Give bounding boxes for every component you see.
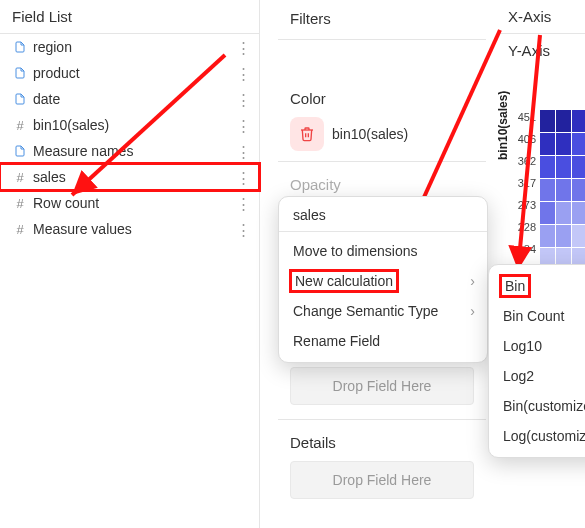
heatmap-y-axis-label: bin10(sales) (496, 91, 510, 160)
delete-pill-button[interactable] (290, 117, 324, 151)
field-item-measure-values[interactable]: #Measure values⋮ (0, 216, 259, 242)
menu-item-label: New calculation (293, 273, 395, 289)
field-label: date (33, 91, 60, 107)
hash-icon: # (14, 170, 26, 184)
heatmap-cell (540, 110, 555, 132)
field-label: region (33, 39, 72, 55)
menu-item-change-semantic-type[interactable]: Change Semantic Type› (279, 296, 487, 326)
heatmap-cell (540, 179, 555, 201)
heatmap-cell (556, 179, 571, 201)
heatmap-cell (556, 225, 571, 247)
more-vertical-icon[interactable]: ⋮ (235, 40, 251, 55)
color-pill-row: bin10(sales) (278, 113, 486, 155)
hash-icon: # (14, 118, 26, 132)
submenu-item-label: Log10 (503, 338, 542, 354)
heatmap-cell (556, 133, 571, 155)
y-tick: 273 (512, 194, 536, 216)
heatmap-cell (540, 133, 555, 155)
more-vertical-icon[interactable]: ⋮ (235, 66, 251, 81)
heatmap-cell (540, 156, 555, 178)
y-tick: 362 (512, 150, 536, 172)
field-label: sales (33, 169, 66, 185)
more-vertical-icon[interactable]: ⋮ (235, 118, 251, 133)
details-title: Details (278, 424, 486, 457)
field-item-region[interactable]: region⋮ (0, 34, 259, 60)
heatmap-cell (572, 156, 585, 178)
field-item-date[interactable]: date⋮ (0, 86, 259, 112)
field-item-sales[interactable]: #sales⋮ (0, 164, 259, 190)
y-tick: 184 (512, 238, 536, 260)
submenu-item-log2[interactable]: Log2 (489, 361, 585, 391)
heatmap-cell (572, 179, 585, 201)
menu-item-label: Move to dimensions (293, 243, 418, 259)
submenu-item-bin[interactable]: Bin (489, 271, 585, 301)
y-tick: 228 (512, 216, 536, 238)
chevron-right-icon: › (470, 273, 475, 289)
chevron-right-icon: › (470, 303, 475, 319)
filters-title: Filters (278, 0, 486, 33)
more-vertical-icon[interactable]: ⋮ (235, 222, 251, 237)
submenu-item-log10[interactable]: Log10 (489, 331, 585, 361)
heatmap-cell (572, 133, 585, 155)
field-list-panel: Field List region⋮product⋮date⋮#bin10(sa… (0, 0, 260, 528)
submenu-item-log-customize-[interactable]: Log(customize) (489, 421, 585, 451)
submenu-item-bin-count[interactable]: Bin Count (489, 301, 585, 331)
new-calc-submenu: BinBin CountLog10Log2Bin(customize)Log(c… (488, 264, 585, 458)
submenu-item-label: Bin (503, 278, 527, 294)
menu-item-label: Rename Field (293, 333, 380, 349)
file-icon (14, 40, 26, 54)
shape-dropzone[interactable]: Drop Field Here (290, 367, 474, 405)
y-tick: 451 (512, 106, 536, 128)
opacity-title: Opacity (278, 166, 486, 199)
field-label: bin10(sales) (33, 117, 109, 133)
more-vertical-icon[interactable]: ⋮ (235, 92, 251, 107)
more-vertical-icon[interactable]: ⋮ (235, 170, 251, 185)
submenu-item-label: Bin Count (503, 308, 564, 324)
submenu-item-label: Log2 (503, 368, 534, 384)
heatmap-cell (572, 110, 585, 132)
field-item-product[interactable]: product⋮ (0, 60, 259, 86)
file-icon (14, 66, 26, 80)
field-item-row-count[interactable]: #Row count⋮ (0, 190, 259, 216)
field-list-body: region⋮product⋮date⋮#bin10(sales)⋮Measur… (0, 34, 259, 242)
yaxis-title: Y-Axis (498, 34, 585, 67)
submenu-item-bin-customize-[interactable]: Bin(customize) (489, 391, 585, 421)
trash-icon (299, 126, 315, 142)
xaxis-title: X-Axis (498, 0, 585, 34)
y-tick: 317 (512, 172, 536, 194)
file-icon (14, 92, 26, 106)
field-label: Measure names (33, 143, 133, 159)
field-context-menu: sales Move to dimensionsNew calculation›… (278, 196, 488, 363)
field-item-measure-names[interactable]: Measure names⋮ (0, 138, 259, 164)
hash-icon: # (14, 196, 26, 210)
heatmap-cell (556, 110, 571, 132)
heatmap-y-ticks: 451406362317273228184 (512, 106, 536, 260)
color-pill-label[interactable]: bin10(sales) (332, 126, 408, 142)
field-label: Row count (33, 195, 99, 211)
submenu-item-label: Log(customize) (503, 428, 585, 444)
hash-icon: # (14, 222, 26, 236)
menu-item-label: Change Semantic Type (293, 303, 438, 319)
menu-item-move-to-dimensions[interactable]: Move to dimensions (279, 236, 487, 266)
heatmap-cell (572, 202, 585, 224)
y-tick: 406 (512, 128, 536, 150)
field-list-title: Field List (0, 0, 259, 34)
heatmap-cell (556, 202, 571, 224)
menu-item-new-calculation[interactable]: New calculation› (279, 266, 487, 296)
field-label: Measure values (33, 221, 132, 237)
more-vertical-icon[interactable]: ⋮ (235, 196, 251, 211)
submenu-item-label: Bin(customize) (503, 398, 585, 414)
heatmap-cell (572, 225, 585, 247)
heatmap-preview: bin10(sales) 451406362317273228184 (498, 100, 585, 270)
color-title: Color (278, 80, 486, 113)
heatmap-cell (540, 225, 555, 247)
context-menu-title: sales (279, 197, 487, 231)
field-item-bin10-sales-[interactable]: #bin10(sales)⋮ (0, 112, 259, 138)
heatmap-grid (540, 110, 585, 270)
heatmap-cell (556, 156, 571, 178)
divider (279, 231, 487, 232)
more-vertical-icon[interactable]: ⋮ (235, 144, 251, 159)
field-label: product (33, 65, 80, 81)
details-dropzone[interactable]: Drop Field Here (290, 461, 474, 499)
menu-item-rename-field[interactable]: Rename Field (279, 326, 487, 356)
